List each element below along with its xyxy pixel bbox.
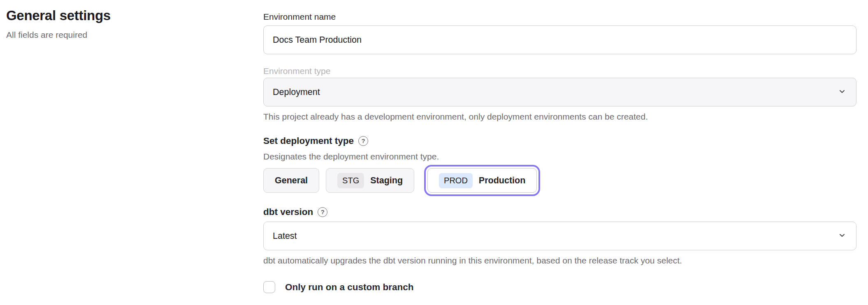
environment-type-value: Deployment xyxy=(273,87,320,97)
settings-summary-column: General settings All fields are required xyxy=(0,0,263,305)
deployment-type-options: General STG Staging PROD Production xyxy=(263,168,856,193)
deployment-type-general-label: General xyxy=(275,176,308,186)
help-icon[interactable]: ? xyxy=(318,207,327,217)
dbt-version-select[interactable]: Latest xyxy=(263,222,856,250)
help-icon[interactable]: ? xyxy=(358,136,368,146)
custom-branch-checkbox[interactable] xyxy=(263,281,275,293)
environment-type-label: Environment type xyxy=(263,65,856,77)
deployment-type-production-button[interactable]: PROD Production xyxy=(427,168,537,193)
deployment-type-general-button[interactable]: General xyxy=(263,168,319,193)
staging-badge: STG xyxy=(337,173,364,188)
environment-type-select: Deployment xyxy=(263,78,856,106)
page-title: General settings xyxy=(6,8,263,23)
chevron-down-icon xyxy=(837,230,847,242)
production-badge: PROD xyxy=(439,173,473,188)
custom-branch-label[interactable]: Only run on a custom branch xyxy=(285,282,414,293)
deployment-type-heading-text: Set deployment type xyxy=(263,135,354,147)
environment-name-label: Environment name xyxy=(263,11,856,23)
deployment-type-description: Designates the deployment environment ty… xyxy=(263,150,856,162)
settings-form: Environment name Environment type Deploy… xyxy=(263,0,868,305)
chevron-down-icon xyxy=(837,86,847,98)
dbt-version-heading: dbt version ? xyxy=(263,206,856,218)
dbt-version-value: Latest xyxy=(273,231,297,241)
deployment-type-staging-label: Staging xyxy=(370,176,403,186)
page-subtitle: All fields are required xyxy=(6,30,263,40)
general-settings-page: General settings All fields are required… xyxy=(0,0,868,305)
dbt-version-heading-text: dbt version xyxy=(263,206,313,218)
environment-name-input[interactable] xyxy=(263,25,856,54)
deployment-type-heading: Set deployment type ? xyxy=(263,135,856,147)
deployment-type-production-label: Production xyxy=(479,176,525,186)
dbt-version-helper: dbt automatically upgrades the dbt versi… xyxy=(263,254,856,266)
custom-branch-row: Only run on a custom branch xyxy=(263,281,856,293)
environment-type-helper: This project already has a development e… xyxy=(263,111,856,122)
deployment-type-staging-button[interactable]: STG Staging xyxy=(326,168,414,193)
